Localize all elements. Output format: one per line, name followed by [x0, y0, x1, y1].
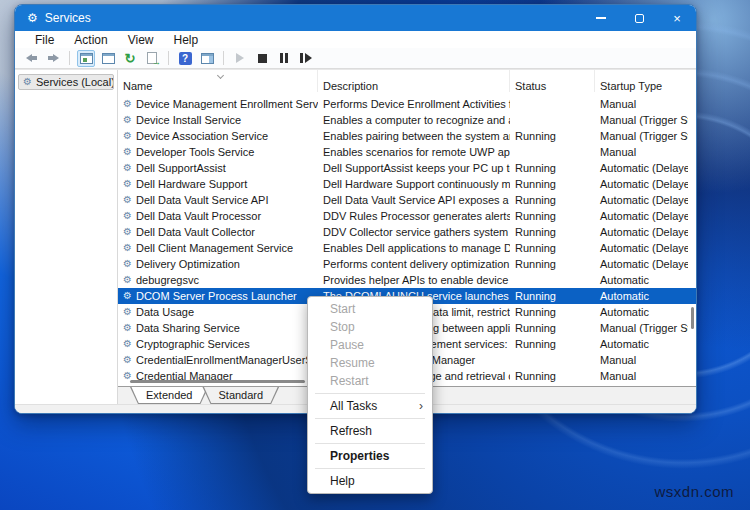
properties-button[interactable]	[99, 50, 117, 67]
back-button[interactable]	[22, 50, 40, 67]
service-startup-type: Manual (Trigger Sta	[595, 320, 688, 336]
column-header-description[interactable]: Description	[318, 70, 510, 92]
show-action-pane-button[interactable]	[198, 50, 216, 67]
service-name: Delivery Optimization	[136, 256, 240, 272]
service-startup-type: Automatic (Delaye	[595, 224, 688, 240]
context-menu-item-properties[interactable]: Properties	[308, 447, 432, 465]
properties-window-icon	[102, 53, 115, 64]
service-status: Running	[510, 368, 595, 384]
service-startup-type: Automatic (Delaye	[595, 240, 688, 256]
tree-item-services-local[interactable]: ⚙ Services (Local)	[18, 74, 114, 90]
context-menu-item-resume[interactable]: Resume	[308, 354, 432, 372]
menu-view[interactable]: View	[118, 33, 164, 47]
maximize-icon	[635, 14, 644, 23]
help-icon: ?	[179, 52, 192, 65]
close-icon: ×	[673, 12, 681, 25]
service-startup-type: Automatic	[595, 288, 688, 304]
help-button[interactable]: ?	[176, 50, 194, 67]
service-name: Dell Client Management Service	[136, 240, 293, 256]
service-gear-icon: ⚙	[123, 147, 132, 157]
service-status: Running	[510, 160, 595, 176]
vertical-scrollbar-thumb[interactable]	[691, 307, 694, 329]
service-startup-type: Manual	[595, 352, 688, 368]
services-gear-icon: ⚙	[23, 77, 32, 87]
submenu-arrow-icon: ›	[419, 397, 423, 415]
export-list-button[interactable]	[143, 50, 161, 67]
title-bar[interactable]: ⚙ Services ×	[15, 5, 696, 31]
menu-separator	[315, 443, 425, 444]
service-gear-icon: ⚙	[123, 259, 132, 269]
table-row[interactable]: ⚙Developer Tools ServiceEnables scenario…	[118, 144, 696, 160]
context-menu-item-refresh[interactable]: Refresh	[308, 422, 432, 440]
list-header: Name Description Status Startup Type	[118, 70, 696, 96]
service-description: Enables scenarios for remote UWP appli..…	[318, 144, 510, 160]
context-menu-item-pause[interactable]: Pause	[308, 336, 432, 354]
pause-service-button[interactable]	[275, 50, 293, 67]
table-row[interactable]: ⚙Dell Hardware SupportDell Hardware Supp…	[118, 176, 696, 192]
service-status: Running	[510, 304, 595, 320]
start-service-button[interactable]	[231, 50, 249, 67]
table-row[interactable]: ⚙Device Install ServiceEnables a compute…	[118, 112, 696, 128]
toolbar-separator	[168, 51, 169, 65]
menu-help[interactable]: Help	[164, 33, 209, 47]
service-status: Running	[510, 336, 595, 352]
table-row[interactable]: ⚙Dell Data Vault Service APIDell Data Va…	[118, 192, 696, 208]
show-action-pane-icon	[201, 53, 214, 64]
table-row[interactable]: ⚙Delivery OptimizationPerforms content d…	[118, 256, 696, 272]
table-row[interactable]: ⚙Dell Client Management ServiceEnables D…	[118, 240, 696, 256]
services-app-icon: ⚙	[27, 12, 38, 24]
table-row[interactable]: ⚙Device Management Enrollment ServicePer…	[118, 96, 696, 112]
forward-button[interactable]	[44, 50, 62, 67]
service-name: Dell Data Vault Processor	[136, 208, 261, 224]
context-menu-item-restart[interactable]: Restart	[308, 372, 432, 390]
service-gear-icon: ⚙	[123, 323, 132, 333]
column-header-name[interactable]: Name	[118, 70, 318, 92]
service-description: DDV Collector service gathers system in.…	[318, 224, 510, 240]
service-description: Performs Device Enrollment Activities f.…	[318, 96, 510, 112]
service-name: Dell Data Vault Collector	[136, 224, 255, 240]
close-button[interactable]: ×	[658, 5, 696, 31]
context-menu-item-help[interactable]: Help	[308, 472, 432, 490]
menu-file[interactable]: File	[25, 33, 64, 47]
column-header-status[interactable]: Status	[510, 70, 595, 92]
service-startup-type: Automatic	[595, 272, 688, 288]
service-status	[510, 352, 595, 368]
service-name: Dell Hardware Support	[136, 176, 247, 192]
tree-item-label: Services (Local)	[36, 76, 114, 88]
menu-action[interactable]: Action	[64, 33, 117, 47]
service-name: Developer Tools Service	[136, 144, 254, 160]
minimize-button[interactable]	[582, 5, 620, 31]
context-menu-item-start[interactable]: Start	[308, 300, 432, 318]
service-name: Device Install Service	[136, 112, 241, 128]
maximize-button[interactable]	[620, 5, 658, 31]
service-startup-type: Automatic	[595, 336, 688, 352]
service-gear-icon: ⚙	[123, 195, 132, 205]
menu-separator	[315, 418, 425, 419]
service-name: Device Management Enrollment Service	[136, 96, 318, 112]
menu-separator	[315, 393, 425, 394]
stop-service-button[interactable]	[253, 50, 271, 67]
stop-service-icon	[258, 54, 267, 63]
table-row[interactable]: ⚙Device Association ServiceEnables pairi…	[118, 128, 696, 144]
export-list-icon	[147, 52, 157, 64]
horizontal-scrollbar-thumb[interactable]	[130, 380, 305, 383]
service-description: Enables Dell applications to manage Del.…	[318, 240, 510, 256]
tab-extended[interactable]: Extended	[130, 387, 208, 404]
context-menu-item-stop[interactable]: Stop	[308, 318, 432, 336]
context-menu-item-all-tasks[interactable]: All Tasks›	[308, 397, 432, 415]
service-name: CredentialEnrollmentManagerUserSvc...	[136, 352, 318, 368]
show-console-tree-button[interactable]	[77, 50, 95, 67]
service-description: Enables a computer to recognize and a...	[318, 112, 510, 128]
column-header-startup-type[interactable]: Startup Type	[595, 70, 688, 92]
table-row[interactable]: ⚙debugregsvcProvides helper APIs to enab…	[118, 272, 696, 288]
sort-indicator-icon	[216, 72, 223, 79]
refresh-button[interactable]: ↻	[121, 50, 139, 67]
service-startup-type: Automatic (Delaye	[595, 208, 688, 224]
service-startup-type: Manual	[595, 96, 688, 112]
table-row[interactable]: ⚙Dell Data Vault ProcessorDDV Rules Proc…	[118, 208, 696, 224]
restart-service-button[interactable]	[297, 50, 315, 67]
table-row[interactable]: ⚙Dell Data Vault CollectorDDV Collector …	[118, 224, 696, 240]
tab-standard[interactable]: Standard	[202, 387, 279, 404]
service-startup-type: Automatic (Delaye	[595, 256, 688, 272]
table-row[interactable]: ⚙Dell SupportAssistDell SupportAssist ke…	[118, 160, 696, 176]
